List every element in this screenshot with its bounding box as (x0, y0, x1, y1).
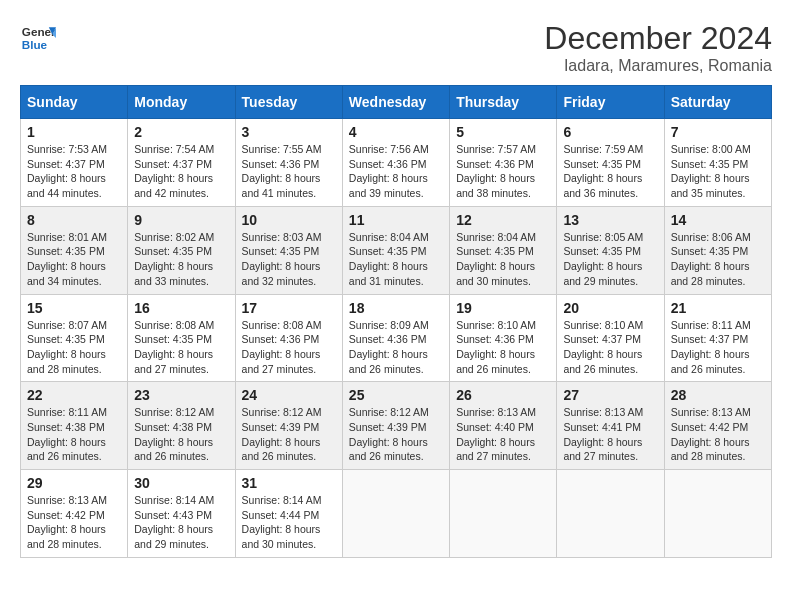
day-number: 25 (349, 387, 443, 403)
day-number: 1 (27, 124, 121, 140)
day-of-week-header: Monday (128, 86, 235, 119)
day-number: 11 (349, 212, 443, 228)
day-info: Sunrise: 8:04 AM Sunset: 4:35 PM Dayligh… (456, 230, 550, 289)
calendar-day-cell: 9Sunrise: 8:02 AM Sunset: 4:35 PM Daylig… (128, 206, 235, 294)
calendar-day-cell (664, 470, 771, 558)
day-info: Sunrise: 8:12 AM Sunset: 4:38 PM Dayligh… (134, 405, 228, 464)
calendar-week-row: 8Sunrise: 8:01 AM Sunset: 4:35 PM Daylig… (21, 206, 772, 294)
calendar-week-row: 1Sunrise: 7:53 AM Sunset: 4:37 PM Daylig… (21, 119, 772, 207)
day-info: Sunrise: 8:10 AM Sunset: 4:36 PM Dayligh… (456, 318, 550, 377)
svg-text:General: General (22, 25, 56, 38)
day-info: Sunrise: 8:13 AM Sunset: 4:42 PM Dayligh… (671, 405, 765, 464)
day-number: 13 (563, 212, 657, 228)
days-of-week-row: SundayMondayTuesdayWednesdayThursdayFrid… (21, 86, 772, 119)
day-of-week-header: Wednesday (342, 86, 449, 119)
day-number: 4 (349, 124, 443, 140)
day-info: Sunrise: 8:13 AM Sunset: 4:42 PM Dayligh… (27, 493, 121, 552)
calendar-day-cell: 15Sunrise: 8:07 AM Sunset: 4:35 PM Dayli… (21, 294, 128, 382)
calendar-header: SundayMondayTuesdayWednesdayThursdayFrid… (21, 86, 772, 119)
day-number: 2 (134, 124, 228, 140)
page-title: December 2024 (544, 20, 772, 57)
svg-text:Blue: Blue (22, 38, 48, 51)
calendar-week-row: 29Sunrise: 8:13 AM Sunset: 4:42 PM Dayli… (21, 470, 772, 558)
day-info: Sunrise: 8:12 AM Sunset: 4:39 PM Dayligh… (242, 405, 336, 464)
day-info: Sunrise: 8:14 AM Sunset: 4:43 PM Dayligh… (134, 493, 228, 552)
day-number: 26 (456, 387, 550, 403)
calendar-day-cell: 12Sunrise: 8:04 AM Sunset: 4:35 PM Dayli… (450, 206, 557, 294)
day-info: Sunrise: 7:59 AM Sunset: 4:35 PM Dayligh… (563, 142, 657, 201)
calendar-day-cell: 26Sunrise: 8:13 AM Sunset: 4:40 PM Dayli… (450, 382, 557, 470)
day-number: 21 (671, 300, 765, 316)
calendar-day-cell (557, 470, 664, 558)
calendar-day-cell: 4Sunrise: 7:56 AM Sunset: 4:36 PM Daylig… (342, 119, 449, 207)
day-number: 18 (349, 300, 443, 316)
calendar-day-cell: 11Sunrise: 8:04 AM Sunset: 4:35 PM Dayli… (342, 206, 449, 294)
day-info: Sunrise: 8:09 AM Sunset: 4:36 PM Dayligh… (349, 318, 443, 377)
day-info: Sunrise: 8:03 AM Sunset: 4:35 PM Dayligh… (242, 230, 336, 289)
calendar-day-cell: 1Sunrise: 7:53 AM Sunset: 4:37 PM Daylig… (21, 119, 128, 207)
day-number: 3 (242, 124, 336, 140)
day-number: 22 (27, 387, 121, 403)
calendar-day-cell: 10Sunrise: 8:03 AM Sunset: 4:35 PM Dayli… (235, 206, 342, 294)
day-number: 9 (134, 212, 228, 228)
day-number: 20 (563, 300, 657, 316)
calendar-day-cell: 30Sunrise: 8:14 AM Sunset: 4:43 PM Dayli… (128, 470, 235, 558)
calendar-day-cell: 23Sunrise: 8:12 AM Sunset: 4:38 PM Dayli… (128, 382, 235, 470)
day-number: 23 (134, 387, 228, 403)
day-number: 30 (134, 475, 228, 491)
calendar-week-row: 15Sunrise: 8:07 AM Sunset: 4:35 PM Dayli… (21, 294, 772, 382)
calendar-day-cell (450, 470, 557, 558)
day-number: 15 (27, 300, 121, 316)
day-number: 29 (27, 475, 121, 491)
day-info: Sunrise: 8:05 AM Sunset: 4:35 PM Dayligh… (563, 230, 657, 289)
day-info: Sunrise: 8:12 AM Sunset: 4:39 PM Dayligh… (349, 405, 443, 464)
calendar-day-cell: 20Sunrise: 8:10 AM Sunset: 4:37 PM Dayli… (557, 294, 664, 382)
day-info: Sunrise: 8:02 AM Sunset: 4:35 PM Dayligh… (134, 230, 228, 289)
title-block: December 2024 Iadara, Maramures, Romania (544, 20, 772, 75)
logo: General Blue General Blue (20, 20, 56, 56)
day-number: 8 (27, 212, 121, 228)
day-info: Sunrise: 7:54 AM Sunset: 4:37 PM Dayligh… (134, 142, 228, 201)
day-info: Sunrise: 7:57 AM Sunset: 4:36 PM Dayligh… (456, 142, 550, 201)
day-of-week-header: Tuesday (235, 86, 342, 119)
calendar-day-cell: 14Sunrise: 8:06 AM Sunset: 4:35 PM Dayli… (664, 206, 771, 294)
logo-icon: General Blue (20, 20, 56, 56)
day-number: 12 (456, 212, 550, 228)
calendar-table: SundayMondayTuesdayWednesdayThursdayFrid… (20, 85, 772, 558)
calendar-day-cell: 3Sunrise: 7:55 AM Sunset: 4:36 PM Daylig… (235, 119, 342, 207)
day-info: Sunrise: 8:11 AM Sunset: 4:38 PM Dayligh… (27, 405, 121, 464)
day-info: Sunrise: 8:13 AM Sunset: 4:41 PM Dayligh… (563, 405, 657, 464)
calendar-day-cell: 21Sunrise: 8:11 AM Sunset: 4:37 PM Dayli… (664, 294, 771, 382)
day-number: 17 (242, 300, 336, 316)
day-number: 6 (563, 124, 657, 140)
day-info: Sunrise: 8:04 AM Sunset: 4:35 PM Dayligh… (349, 230, 443, 289)
calendar-day-cell: 31Sunrise: 8:14 AM Sunset: 4:44 PM Dayli… (235, 470, 342, 558)
calendar-day-cell: 18Sunrise: 8:09 AM Sunset: 4:36 PM Dayli… (342, 294, 449, 382)
calendar-day-cell: 5Sunrise: 7:57 AM Sunset: 4:36 PM Daylig… (450, 119, 557, 207)
calendar-day-cell: 25Sunrise: 8:12 AM Sunset: 4:39 PM Dayli… (342, 382, 449, 470)
day-number: 31 (242, 475, 336, 491)
day-number: 24 (242, 387, 336, 403)
day-number: 10 (242, 212, 336, 228)
calendar-day-cell: 17Sunrise: 8:08 AM Sunset: 4:36 PM Dayli… (235, 294, 342, 382)
calendar-day-cell: 22Sunrise: 8:11 AM Sunset: 4:38 PM Dayli… (21, 382, 128, 470)
day-info: Sunrise: 7:53 AM Sunset: 4:37 PM Dayligh… (27, 142, 121, 201)
day-of-week-header: Sunday (21, 86, 128, 119)
day-info: Sunrise: 8:01 AM Sunset: 4:35 PM Dayligh… (27, 230, 121, 289)
day-info: Sunrise: 8:08 AM Sunset: 4:36 PM Dayligh… (242, 318, 336, 377)
day-number: 16 (134, 300, 228, 316)
calendar-day-cell: 19Sunrise: 8:10 AM Sunset: 4:36 PM Dayli… (450, 294, 557, 382)
calendar-day-cell: 6Sunrise: 7:59 AM Sunset: 4:35 PM Daylig… (557, 119, 664, 207)
calendar-day-cell: 28Sunrise: 8:13 AM Sunset: 4:42 PM Dayli… (664, 382, 771, 470)
day-number: 14 (671, 212, 765, 228)
calendar-day-cell (342, 470, 449, 558)
calendar-day-cell: 16Sunrise: 8:08 AM Sunset: 4:35 PM Dayli… (128, 294, 235, 382)
day-number: 28 (671, 387, 765, 403)
day-number: 19 (456, 300, 550, 316)
day-info: Sunrise: 8:08 AM Sunset: 4:35 PM Dayligh… (134, 318, 228, 377)
page-subtitle: Iadara, Maramures, Romania (544, 57, 772, 75)
calendar-body: 1Sunrise: 7:53 AM Sunset: 4:37 PM Daylig… (21, 119, 772, 558)
day-info: Sunrise: 8:10 AM Sunset: 4:37 PM Dayligh… (563, 318, 657, 377)
calendar-day-cell: 27Sunrise: 8:13 AM Sunset: 4:41 PM Dayli… (557, 382, 664, 470)
calendar-day-cell: 13Sunrise: 8:05 AM Sunset: 4:35 PM Dayli… (557, 206, 664, 294)
